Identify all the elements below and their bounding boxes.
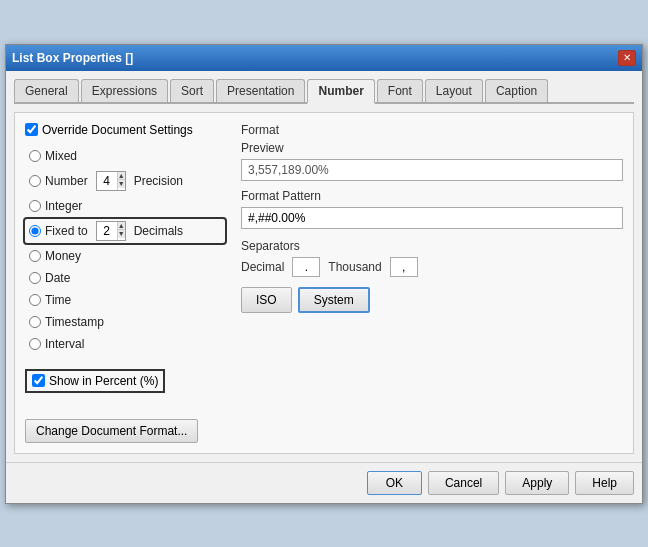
tab-layout[interactable]: Layout bbox=[425, 79, 483, 102]
precision-spinner[interactable]: 4 ▲ ▼ bbox=[96, 171, 126, 191]
radio-money: Money bbox=[25, 247, 225, 265]
override-section: Override Document Settings bbox=[25, 123, 225, 137]
precision-value: 4 bbox=[97, 172, 117, 190]
radio-date-input[interactable] bbox=[29, 272, 41, 284]
radio-integer: Integer bbox=[25, 197, 225, 215]
title-bar-controls: ✕ bbox=[618, 50, 636, 66]
radio-timestamp-input[interactable] bbox=[29, 316, 41, 328]
apply-button[interactable]: Apply bbox=[505, 471, 569, 495]
content-area: General Expressions Sort Presentation Nu… bbox=[6, 71, 642, 462]
preview-label: Preview bbox=[241, 141, 623, 155]
radio-date: Date bbox=[25, 269, 225, 287]
format-label: Format bbox=[241, 123, 623, 137]
show-percent-section: Show in Percent (%) bbox=[25, 369, 165, 393]
show-percent-label: Show in Percent (%) bbox=[49, 374, 158, 388]
precision-label: Precision bbox=[134, 174, 183, 188]
radio-money-input[interactable] bbox=[29, 250, 41, 262]
close-button[interactable]: ✕ bbox=[618, 50, 636, 66]
precision-up[interactable]: ▲ bbox=[118, 172, 125, 180]
radio-fixed-label: Fixed to bbox=[45, 224, 88, 238]
left-panel: Override Document Settings Mixed Number bbox=[25, 123, 225, 443]
precision-arrows[interactable]: ▲ ▼ bbox=[117, 172, 125, 190]
tab-caption[interactable]: Caption bbox=[485, 79, 548, 102]
thousand-input[interactable] bbox=[390, 257, 418, 277]
radio-money-label: Money bbox=[45, 249, 81, 263]
radio-group: Mixed Number 4 ▲ ▼ Precision bbox=[25, 147, 225, 353]
radio-timestamp: Timestamp bbox=[25, 313, 225, 331]
override-checkbox[interactable] bbox=[25, 123, 38, 136]
radio-time-label: Time bbox=[45, 293, 71, 307]
tab-presentation[interactable]: Presentation bbox=[216, 79, 305, 102]
radio-date-label: Date bbox=[45, 271, 70, 285]
ok-button[interactable]: OK bbox=[367, 471, 422, 495]
decimals-spinner[interactable]: 2 ▲ ▼ bbox=[96, 221, 126, 241]
cancel-button[interactable]: Cancel bbox=[428, 471, 499, 495]
pattern-label: Format Pattern bbox=[241, 189, 623, 203]
override-checkbox-label[interactable]: Override Document Settings bbox=[25, 123, 225, 137]
radio-interval-label: Interval bbox=[45, 337, 84, 351]
radio-integer-label: Integer bbox=[45, 199, 82, 213]
radio-fixed: Fixed to 2 ▲ ▼ Decimals bbox=[25, 219, 225, 243]
radio-interval: Interval bbox=[25, 335, 225, 353]
radio-timestamp-label: Timestamp bbox=[45, 315, 104, 329]
decimal-input[interactable] bbox=[292, 257, 320, 277]
radio-number: Number 4 ▲ ▼ Precision bbox=[25, 169, 225, 193]
decimals-label: Decimals bbox=[134, 224, 183, 238]
separators-section: Separators Decimal Thousand bbox=[241, 239, 623, 277]
help-button[interactable]: Help bbox=[575, 471, 634, 495]
decimal-label: Decimal bbox=[241, 260, 284, 274]
tab-font[interactable]: Font bbox=[377, 79, 423, 102]
format-btn-row: ISO System bbox=[241, 287, 623, 313]
iso-button[interactable]: ISO bbox=[241, 287, 292, 313]
bottom-bar: OK Cancel Apply Help bbox=[6, 462, 642, 503]
thousand-label: Thousand bbox=[328, 260, 381, 274]
right-panel: Format Preview 3,557,189.00% Format Patt… bbox=[241, 123, 623, 443]
preview-box: 3,557,189.00% bbox=[241, 159, 623, 181]
radio-integer-input[interactable] bbox=[29, 200, 41, 212]
tab-sort[interactable]: Sort bbox=[170, 79, 214, 102]
tab-expressions[interactable]: Expressions bbox=[81, 79, 168, 102]
tab-number[interactable]: Number bbox=[307, 79, 374, 104]
override-label: Override Document Settings bbox=[42, 123, 193, 137]
radio-mixed-input[interactable] bbox=[29, 150, 41, 162]
decimals-arrows[interactable]: ▲ ▼ bbox=[117, 222, 125, 240]
tab-general[interactable]: General bbox=[14, 79, 79, 102]
radio-mixed-label: Mixed bbox=[45, 149, 77, 163]
radio-number-input[interactable] bbox=[29, 175, 41, 187]
decimals-down[interactable]: ▼ bbox=[118, 230, 125, 238]
format-section: Format Preview 3,557,189.00% Format Patt… bbox=[241, 123, 623, 229]
precision-down[interactable]: ▼ bbox=[118, 180, 125, 188]
radio-time: Time bbox=[25, 291, 225, 309]
pattern-input[interactable] bbox=[241, 207, 623, 229]
radio-mixed: Mixed bbox=[25, 147, 225, 165]
radio-number-label: Number bbox=[45, 174, 88, 188]
radio-time-input[interactable] bbox=[29, 294, 41, 306]
decimals-value: 2 bbox=[97, 222, 117, 240]
decimals-up[interactable]: ▲ bbox=[118, 222, 125, 230]
tab-bar: General Expressions Sort Presentation Nu… bbox=[14, 79, 634, 104]
radio-interval-input[interactable] bbox=[29, 338, 41, 350]
window-title: List Box Properties [] bbox=[12, 51, 133, 65]
title-bar: List Box Properties [] ✕ bbox=[6, 45, 642, 71]
separators-label: Separators bbox=[241, 239, 623, 253]
show-percent-checkbox[interactable] bbox=[32, 374, 45, 387]
change-doc-button[interactable]: Change Document Format... bbox=[25, 419, 198, 443]
separator-row: Decimal Thousand bbox=[241, 257, 623, 277]
main-panel: Override Document Settings Mixed Number bbox=[14, 112, 634, 454]
radio-fixed-input[interactable] bbox=[29, 225, 41, 237]
system-button[interactable]: System bbox=[298, 287, 370, 313]
dialog-window: List Box Properties [] ✕ General Express… bbox=[5, 44, 643, 504]
